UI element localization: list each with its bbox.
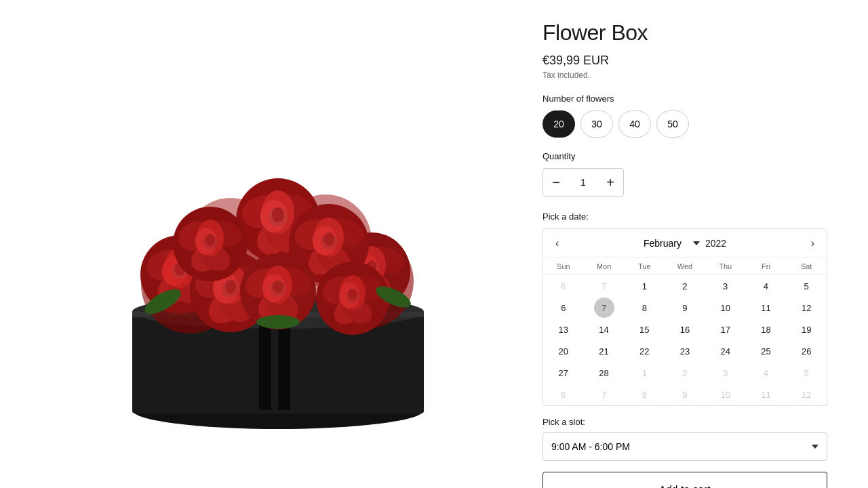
table-row[interactable]: 8 bbox=[624, 384, 665, 405]
day-header-sun: Sun bbox=[543, 258, 584, 275]
tax-info: Tax included. bbox=[542, 70, 827, 80]
svg-point-55 bbox=[323, 232, 334, 246]
page-container: Flower Box €39,99 EUR Tax included. Numb… bbox=[0, 0, 868, 488]
table-row[interactable]: 7 bbox=[584, 384, 625, 405]
table-row[interactable]: 19 bbox=[786, 319, 827, 340]
svg-point-28 bbox=[272, 207, 284, 222]
month-select[interactable]: January February March April May June Ju… bbox=[644, 238, 701, 249]
quantity-decrease-button[interactable]: − bbox=[543, 169, 569, 196]
quantity-value: 1 bbox=[569, 177, 597, 188]
table-row[interactable]: 5 bbox=[786, 362, 827, 384]
table-row[interactable]: 18 bbox=[746, 319, 787, 340]
table-row[interactable]: 11 bbox=[746, 297, 787, 319]
pick-date-label: Pick a date: bbox=[542, 211, 827, 222]
table-row[interactable]: 12 bbox=[786, 297, 827, 319]
flower-count-20[interactable]: 20 bbox=[542, 110, 575, 138]
table-row[interactable]: 4 bbox=[746, 275, 787, 297]
slot-select[interactable]: 9:00 AM - 6:00 PM 6:00 PM - 9:00 PM bbox=[542, 432, 827, 461]
day-header-mon: Mon bbox=[584, 258, 625, 275]
calendar-year: 2022 bbox=[705, 238, 726, 249]
table-row[interactable]: 10 bbox=[705, 384, 746, 405]
add-to-cart-button[interactable]: Add to cart bbox=[542, 472, 827, 488]
flower-count-label: Number of flowers bbox=[542, 94, 827, 104]
table-row[interactable]: 9 bbox=[665, 384, 705, 405]
calendar-day-7-selected[interactable]: 7 bbox=[584, 297, 625, 319]
table-row[interactable]: 6 bbox=[543, 384, 584, 405]
table-row[interactable]: 10 bbox=[705, 297, 746, 319]
table-row[interactable]: 17 bbox=[705, 319, 746, 340]
table-row[interactable]: 2 bbox=[665, 362, 705, 384]
svg-point-64 bbox=[205, 234, 215, 246]
quantity-section: Quantity − 1 + bbox=[542, 151, 827, 197]
table-row[interactable]: 6 bbox=[543, 297, 584, 319]
quantity-label: Quantity bbox=[542, 151, 827, 161]
table-row[interactable]: 6 bbox=[543, 275, 584, 297]
product-title: Flower Box bbox=[542, 20, 827, 45]
table-row[interactable]: 24 bbox=[705, 340, 746, 362]
svg-point-46 bbox=[225, 280, 236, 293]
table-row[interactable]: 13 bbox=[543, 319, 584, 340]
calendar-next-button[interactable]: › bbox=[807, 236, 818, 251]
day-header-tue: Tue bbox=[624, 258, 665, 275]
table-row[interactable]: 3 bbox=[705, 275, 746, 297]
flower-count-30[interactable]: 30 bbox=[580, 110, 613, 138]
calendar-prev-button[interactable]: ‹ bbox=[551, 236, 563, 251]
table-row[interactable]: 27 bbox=[543, 362, 584, 384]
table-row[interactable]: 23 bbox=[665, 340, 705, 362]
table-row[interactable]: 12 bbox=[786, 384, 827, 405]
table-row[interactable]: 16 bbox=[665, 319, 705, 340]
table-row[interactable]: 5 bbox=[786, 275, 827, 297]
flower-count-50[interactable]: 50 bbox=[656, 110, 689, 138]
table-row[interactable]: 4 bbox=[746, 362, 787, 384]
calendar-header: ‹ January February March April May June … bbox=[543, 229, 827, 258]
product-details: Flower Box €39,99 EUR Tax included. Numb… bbox=[542, 14, 827, 488]
quantity-control: − 1 + bbox=[542, 168, 624, 197]
table-row[interactable]: 26 bbox=[786, 340, 827, 362]
flower-count-40[interactable]: 40 bbox=[618, 110, 651, 138]
table-row[interactable]: 15 bbox=[624, 319, 665, 340]
table-row[interactable]: 14 bbox=[584, 319, 625, 340]
table-row[interactable]: 8 bbox=[624, 297, 665, 319]
table-row[interactable]: 9 bbox=[665, 297, 705, 319]
svg-point-85 bbox=[256, 315, 300, 329]
flower-count-options: 20 30 40 50 bbox=[542, 110, 827, 138]
product-image-section bbox=[41, 14, 515, 474]
svg-point-73 bbox=[348, 289, 357, 300]
product-image bbox=[68, 20, 488, 468]
table-row[interactable]: 1 bbox=[624, 275, 665, 297]
table-row[interactable]: 21 bbox=[584, 340, 625, 362]
calendar-container: ‹ January February March April May June … bbox=[542, 228, 827, 406]
quantity-increase-button[interactable]: + bbox=[597, 169, 623, 196]
table-row[interactable]: 2 bbox=[665, 275, 705, 297]
table-row[interactable]: 11 bbox=[746, 384, 787, 405]
table-row[interactable]: 1 bbox=[624, 362, 665, 384]
table-row[interactable]: 28 bbox=[584, 362, 625, 384]
day-header-sat: Sat bbox=[786, 258, 827, 275]
table-row[interactable]: 7 bbox=[584, 275, 625, 297]
day-header-wed: Wed bbox=[665, 258, 705, 275]
svg-point-82 bbox=[273, 281, 283, 293]
day-header-fri: Fri bbox=[746, 258, 787, 275]
table-row[interactable]: 20 bbox=[543, 340, 584, 362]
pick-slot-label: Pick a slot: bbox=[542, 417, 827, 427]
product-price: €39,99 EUR bbox=[542, 54, 827, 68]
table-row[interactable]: 3 bbox=[705, 362, 746, 384]
day-header-thu: Thu bbox=[705, 258, 746, 275]
table-row[interactable]: 25 bbox=[746, 340, 787, 362]
calendar-grid: Sun Mon Tue Wed Thu Fri Sat 6 7 1 2 3 4 … bbox=[543, 258, 827, 405]
table-row[interactable]: 22 bbox=[624, 340, 665, 362]
